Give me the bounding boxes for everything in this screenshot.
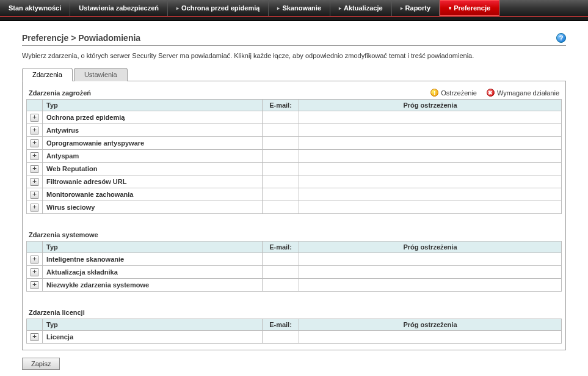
col-type: Typ [43, 241, 263, 253]
nav-item-label: Skanowanie [282, 4, 321, 12]
save-button[interactable]: Zapisz [22, 358, 60, 370]
events-table-1: TypE-mail:Próg ostrzeżenia+Inteligentne … [26, 241, 562, 292]
events-table-0: TypE-mail:Próg ostrzeżenia+Ochrona przed… [26, 99, 562, 214]
row-type-label[interactable]: Aktualizacja składnika [43, 266, 263, 279]
legend: !Ostrzeżenie✖Wymagane działanie [430, 89, 559, 97]
row-email-cell [263, 137, 299, 150]
row-threshold-cell [299, 331, 562, 344]
expand-icon[interactable]: + [31, 204, 38, 212]
nav-item-label: Ochrona przed epidemią [181, 4, 260, 12]
row-type-label[interactable]: Wirus sieciowy [43, 201, 263, 214]
table-row: +Antyspam [27, 150, 562, 163]
nav-item-label: Raporty [405, 4, 431, 12]
section-header-1: Zdarzenia systemowe [26, 227, 562, 241]
nav-item-label: Aktualizacje [344, 4, 383, 12]
col-threshold: Próg ostrzeżenia [299, 241, 562, 253]
table-row: +Licencja [27, 331, 562, 344]
nav-item-2[interactable]: ▸Ochrona przed epidemią [168, 0, 269, 16]
expand-icon[interactable]: + [31, 178, 38, 186]
row-type-label[interactable]: Antywirus [43, 124, 263, 137]
row-type-label[interactable]: Monitorowanie zachowania [43, 188, 263, 201]
row-type-label[interactable]: Filtrowanie adresów URL [43, 175, 263, 188]
nav-item-4[interactable]: ▸Aktualizacje [330, 0, 392, 16]
expand-icon[interactable]: + [31, 281, 38, 289]
row-type-label[interactable]: Antyspam [43, 150, 263, 163]
table-row: +Monitorowanie zachowania [27, 188, 562, 201]
row-email-cell [263, 175, 299, 188]
section-gap [26, 214, 562, 227]
col-expand [27, 319, 43, 331]
nav-item-1[interactable]: Ustawienia zabezpieczeń [70, 0, 168, 16]
events-table-2: TypE-mail:Próg ostrzeżenia+Licencja [26, 319, 562, 344]
expand-icon[interactable]: + [31, 333, 38, 341]
table-row: +Inteligentne skanowanie [27, 253, 562, 266]
row-email-cell [263, 266, 299, 279]
top-navbar: Stan aktywnościUstawienia zabezpieczeń▸O… [0, 0, 588, 17]
page-instruction: Wybierz zdarzenia, o których serwer Secu… [22, 52, 566, 59]
expand-icon[interactable]: + [31, 268, 38, 276]
row-type-label[interactable]: Oprogramowanie antyspyware [43, 137, 263, 150]
tab-1[interactable]: Ustawienia [74, 68, 128, 81]
chevron-right-icon: ▸ [339, 6, 341, 11]
section-title: Zdarzenia licencji [29, 309, 85, 316]
nav-item-5[interactable]: ▸Raporty [392, 0, 440, 16]
col-type: Typ [43, 319, 263, 331]
row-threshold-cell [299, 111, 562, 124]
content-area: Preferencje > Powiadomienia ? Wybierz zd… [0, 21, 588, 376]
row-threshold-cell [299, 163, 562, 175]
expand-icon[interactable]: + [31, 152, 38, 160]
nav-item-3[interactable]: ▸Skanowanie [269, 0, 330, 16]
row-type-label[interactable]: Inteligentne skanowanie [43, 253, 263, 266]
expand-icon[interactable]: + [31, 256, 38, 264]
row-threshold-cell [299, 279, 562, 292]
legend-warning: !Ostrzeżenie [430, 89, 477, 97]
breadcrumb: Preferencje > Powiadomienia [22, 33, 140, 43]
nav-item-label: Ustawienia zabezpieczeń [79, 4, 159, 12]
nav-item-label: Stan aktywności [9, 4, 61, 12]
row-email-cell [263, 111, 299, 124]
section-gap [26, 292, 562, 305]
row-email-cell [263, 188, 299, 201]
table-row: +Filtrowanie adresów URL [27, 175, 562, 188]
row-email-cell [263, 279, 299, 292]
table-row: +Ochrona przed epidemią [27, 111, 562, 124]
tab-0[interactable]: Zdarzenia [22, 68, 73, 81]
row-type-label[interactable]: Niezwykłe zdarzenia systemowe [43, 279, 263, 292]
row-email-cell [263, 253, 299, 266]
warning-icon: ! [430, 89, 438, 97]
chevron-right-icon: ▾ [449, 6, 451, 11]
row-email-cell [263, 124, 299, 137]
section-header-0: Zdarzenia zagrożeń!Ostrzeżenie✖Wymagane … [26, 85, 562, 99]
col-email: E-mail: [263, 241, 299, 253]
row-threshold-cell [299, 201, 562, 214]
section-header-2: Zdarzenia licencji [26, 305, 562, 319]
col-expand [27, 241, 43, 253]
expand-icon[interactable]: + [31, 114, 38, 122]
expand-icon[interactable]: + [31, 165, 38, 173]
nav-item-0[interactable]: Stan aktywności [0, 0, 70, 16]
row-type-label[interactable]: Licencja [43, 331, 263, 344]
tab-strip: ZdarzeniaUstawienia [22, 68, 566, 81]
nav-item-6[interactable]: ▾Preferencje [440, 0, 499, 16]
expand-icon[interactable]: + [31, 127, 38, 135]
row-threshold-cell [299, 124, 562, 137]
row-type-label[interactable]: Ochrona przed epidemią [43, 111, 263, 124]
section-title: Zdarzenia zagrożeń [29, 89, 91, 97]
table-row: +Web Reputation [27, 163, 562, 175]
row-type-label[interactable]: Web Reputation [43, 163, 263, 175]
nav-item-label: Preferencje [454, 4, 490, 12]
expand-icon[interactable]: + [31, 139, 38, 147]
chevron-right-icon: ▸ [401, 6, 403, 11]
help-icon[interactable]: ? [556, 33, 566, 43]
table-row: +Aktualizacja składnika [27, 266, 562, 279]
table-row: +Oprogramowanie antyspyware [27, 137, 562, 150]
expand-icon[interactable]: + [31, 191, 38, 199]
row-threshold-cell [299, 150, 562, 163]
row-email-cell [263, 150, 299, 163]
col-type: Typ [43, 100, 263, 111]
col-email: E-mail: [263, 100, 299, 111]
legend-action: ✖Wymagane działanie [487, 89, 559, 97]
section-title: Zdarzenia systemowe [29, 231, 98, 238]
chevron-right-icon: ▸ [277, 6, 280, 11]
table-row: +Antywirus [27, 124, 562, 137]
